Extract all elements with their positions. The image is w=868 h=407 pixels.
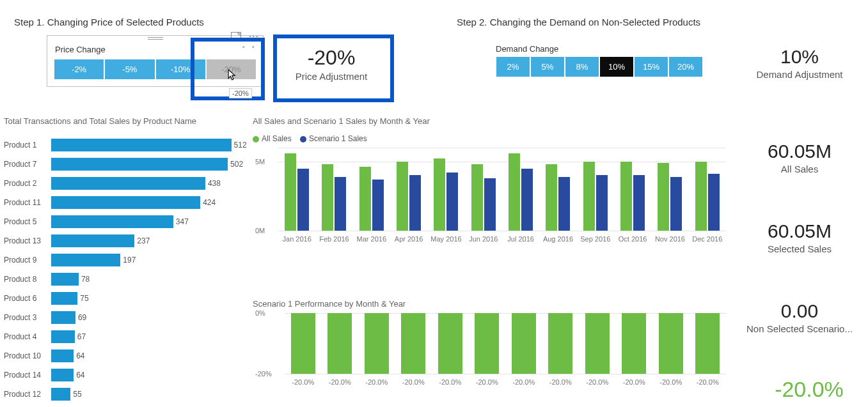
hbar-bar[interactable] xyxy=(51,139,232,151)
kpi-label: Selected Sales xyxy=(736,243,864,254)
scenario-bar[interactable] xyxy=(327,313,352,374)
column-bar-allsales[interactable] xyxy=(322,164,333,231)
hbar-row: Product 467 xyxy=(4,327,234,346)
hbar-chart[interactable]: Product 1512Product 7502Product 2438Prod… xyxy=(4,135,234,404)
hbar-bar[interactable] xyxy=(51,254,120,266)
column-group xyxy=(689,148,726,231)
scenario-column xyxy=(362,313,391,374)
column-group xyxy=(390,148,427,231)
column-bar-allsales[interactable] xyxy=(359,167,371,231)
column-bar-scenario1[interactable] xyxy=(484,178,496,231)
column-bar-allsales[interactable] xyxy=(434,158,445,231)
hbar-bar[interactable] xyxy=(51,349,74,362)
hbar-category: Product 5 xyxy=(4,217,51,226)
column-bar-scenario1[interactable] xyxy=(409,175,421,231)
price-change-option[interactable]: -5% xyxy=(104,59,155,80)
demand-change-slicer[interactable]: 2%5%8%10%15%20% xyxy=(496,56,703,77)
demand-change-option[interactable]: 15% xyxy=(634,56,668,77)
hbar-row: Product 369 xyxy=(4,308,234,327)
scenario-bar[interactable] xyxy=(622,313,646,374)
column-bar-allsales[interactable] xyxy=(546,164,557,231)
hbar-bar[interactable] xyxy=(51,330,75,343)
scenario-column xyxy=(399,313,429,374)
scenario-bar[interactable] xyxy=(548,313,572,374)
demand-change-option[interactable]: 2% xyxy=(496,56,530,77)
hbar-bar[interactable] xyxy=(51,177,205,190)
scenario-bar[interactable] xyxy=(659,313,683,374)
hbar-bar[interactable] xyxy=(51,311,75,324)
mouse-cursor-icon xyxy=(228,69,239,81)
hbar-category: Product 6 xyxy=(4,294,51,303)
chevron-up-icon[interactable]: ˄ xyxy=(242,45,246,53)
scenario-column xyxy=(656,313,686,374)
column-bar-scenario1[interactable] xyxy=(335,177,346,231)
x-axis-label: Mar 2016 xyxy=(353,235,390,243)
demand-change-option[interactable]: 10% xyxy=(599,56,634,77)
x-axis-label: Sep 2016 xyxy=(577,235,614,243)
scenario-bar[interactable] xyxy=(695,313,720,374)
hbar-bar[interactable] xyxy=(51,196,200,209)
column-bar-allsales[interactable] xyxy=(471,164,483,231)
scenario-bar[interactable] xyxy=(585,313,610,374)
more-options-icon[interactable]: ··· xyxy=(249,31,259,42)
grouped-column-chart[interactable]: All Sales Scenario 1 Sales 5M 0M Jan 201… xyxy=(253,144,732,265)
column-bar-allsales[interactable] xyxy=(695,162,707,231)
column-bar-allsales[interactable] xyxy=(397,162,408,231)
hbar-bar[interactable] xyxy=(51,158,228,171)
hbar-bar[interactable] xyxy=(51,215,173,228)
hbar-bar[interactable] xyxy=(51,292,77,305)
scenario-bar[interactable] xyxy=(512,313,536,374)
focus-mode-icon[interactable] xyxy=(231,31,241,38)
column-bar-scenario1[interactable] xyxy=(558,177,570,231)
x-axis-label: Jul 2016 xyxy=(502,235,539,243)
column-bar-allsales[interactable] xyxy=(285,153,296,231)
demand-change-option[interactable]: 8% xyxy=(565,56,599,77)
price-change-option[interactable]: -2% xyxy=(54,59,104,80)
hbar-category: Product 2 xyxy=(4,179,51,188)
hbar-category: Product 14 xyxy=(4,371,51,380)
hbar-bar[interactable] xyxy=(51,273,79,286)
hbar-category: Product 13 xyxy=(4,236,51,245)
column-bar-allsales[interactable] xyxy=(658,163,669,231)
scenario-bar[interactable] xyxy=(475,313,499,374)
x-axis-label: May 2016 xyxy=(427,235,464,243)
scenario-bar[interactable] xyxy=(401,313,425,374)
column-bar-scenario1[interactable] xyxy=(446,173,458,231)
column-bar-scenario1[interactable] xyxy=(521,169,533,231)
column-bar-scenario1[interactable] xyxy=(633,175,645,231)
column-bar-scenario1[interactable] xyxy=(708,174,720,231)
column-bar-allsales[interactable] xyxy=(509,153,520,231)
hbar-bar[interactable] xyxy=(51,369,74,381)
hbar-bar[interactable] xyxy=(51,388,70,401)
scenario-perf-chart[interactable]: 0% -20% -20.0%-20.0%-20.0%-20.0%-20.0%-2… xyxy=(253,300,732,403)
column-group xyxy=(502,148,539,231)
hbar-bar[interactable] xyxy=(51,234,134,247)
column-bar-allsales[interactable] xyxy=(583,162,595,231)
hbar-row: Product 878 xyxy=(4,270,234,289)
scenario-data-label: -20.0% xyxy=(395,378,432,386)
hbar-category: Product 7 xyxy=(4,160,51,169)
demand-change-option[interactable]: 20% xyxy=(668,56,703,77)
column-bar-scenario1[interactable] xyxy=(297,169,309,231)
demand-change-option[interactable]: 5% xyxy=(530,56,565,77)
scenario-bar[interactable] xyxy=(365,313,389,374)
scenario-bar[interactable] xyxy=(438,313,462,374)
price-change-option[interactable]: -10% xyxy=(155,59,206,80)
hbar-row: Product 1464 xyxy=(4,365,234,385)
column-bar-scenario1[interactable] xyxy=(670,177,682,231)
hbar-value-label: 237 xyxy=(134,234,150,248)
scenario-bar[interactable] xyxy=(291,313,315,374)
scenario-column xyxy=(473,313,502,374)
kpi-bottom-pct: -20.0% xyxy=(755,377,864,402)
column-bar-scenario1[interactable] xyxy=(372,180,384,231)
chevron-down-icon[interactable]: ˅ xyxy=(251,45,255,53)
scenario-column xyxy=(693,313,723,374)
x-axis-label: Oct 2016 xyxy=(614,235,651,243)
drag-handle-icon[interactable] xyxy=(148,36,163,40)
x-axis-label: Apr 2016 xyxy=(390,235,427,243)
column-bar-scenario1[interactable] xyxy=(596,175,608,231)
y-axis-label: -20% xyxy=(255,370,272,378)
kpi-label: Non Selected Scenario... xyxy=(736,323,864,334)
column-bar-allsales[interactable] xyxy=(620,162,632,231)
scenario-data-label: -20.0% xyxy=(652,378,690,386)
